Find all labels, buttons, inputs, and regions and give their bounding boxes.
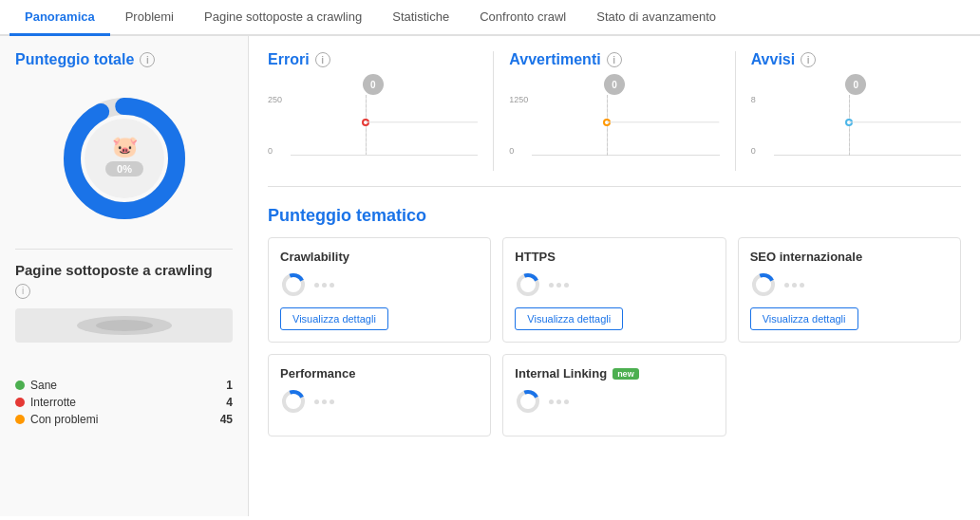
errori-section: Errori i 0 250 0	[268, 51, 493, 171]
card-internal-linking: Internal Linking new	[502, 354, 726, 436]
avvisi-info-icon[interactable]: i	[801, 52, 816, 67]
crawlability-btn[interactable]: Visualizza dettagli	[280, 307, 388, 330]
performance-spinner	[280, 388, 307, 415]
seo-dots	[784, 283, 804, 288]
avvisi-title: Avvisi i	[751, 51, 961, 68]
https-dots	[549, 283, 569, 288]
legend-item-con-problemi: Con problemi 45	[15, 413, 233, 426]
seo-label: SEO internazionale	[750, 250, 862, 264]
tab-crawling[interactable]: Pagine sottoposte a crawling	[189, 0, 377, 36]
avvertimenti-info-icon[interactable]: i	[607, 52, 622, 67]
errori-svg-line	[291, 95, 478, 156]
count-sane: 1	[226, 379, 233, 392]
https-label: HTTPS	[515, 250, 556, 264]
new-badge: new	[612, 368, 639, 380]
performance-dots	[314, 399, 334, 404]
svg-text:🐷: 🐷	[111, 134, 138, 159]
main-content: Punteggio totale i 🐷 0% Pagine sottopost…	[0, 36, 980, 516]
errori-y-labels: 250 0	[268, 95, 282, 156]
internal-linking-spinner	[515, 388, 541, 415]
avvisi-section: Avvisi i 0 8 0	[735, 51, 961, 171]
card-crawlability-body	[280, 271, 479, 298]
tab-confronto[interactable]: Confronto crawl	[464, 0, 581, 36]
avvertimenti-section: Avvertimenti i 0 1250 0	[493, 51, 734, 171]
tematico-title: Punteggio tematico	[268, 206, 961, 226]
avvertimenti-y-labels: 1250 0	[509, 95, 528, 156]
tab-stato[interactable]: Stato di avanzamento	[581, 0, 731, 36]
avvisi-svg-line	[774, 95, 961, 156]
avvisi-label: Avvisi	[751, 51, 796, 68]
divider-1	[15, 249, 233, 250]
tab-panoramica[interactable]: Panoramica	[9, 0, 110, 36]
dot-interrotte	[15, 398, 25, 407]
card-https-body	[515, 271, 713, 298]
crawling-title: Pagine sottoposte a crawling	[15, 261, 233, 280]
card-crawlability-title: Crawlability	[280, 250, 479, 264]
internal-linking-dots	[549, 399, 569, 404]
donut-svg: 🐷 0%	[53, 87, 196, 230]
card-performance-title: Performance	[280, 366, 479, 381]
errori-badge: 0	[363, 74, 384, 95]
avvisi-line-area	[774, 95, 961, 156]
crawling-subtitle: i	[15, 284, 233, 299]
avvertimenti-svg-line	[532, 95, 719, 156]
avvertimenti-label: Avvertimenti	[509, 51, 600, 68]
avvisi-badge: 0	[845, 74, 866, 95]
card-seo-body	[750, 271, 949, 298]
seo-spinner	[750, 271, 777, 298]
card-crawlability: Crawlability Visualizza dettagli	[268, 237, 491, 343]
tabs-bar: Panoramica Problemi Pagine sottoposte a …	[0, 0, 980, 36]
label-interrotte: Interrotte	[30, 396, 76, 409]
map-svg	[67, 312, 181, 339]
avvertimenti-line-area	[532, 95, 719, 156]
svg-point-6	[96, 320, 153, 331]
progress-bar	[15, 350, 233, 363]
avvertimenti-min: 0	[509, 146, 528, 156]
https-btn[interactable]: Visualizza dettagli	[515, 307, 623, 330]
errori-min: 0	[268, 146, 282, 156]
avvisi-min: 0	[751, 146, 756, 156]
svg-point-2	[85, 119, 164, 198]
card-https-title: HTTPS	[515, 250, 713, 264]
label-con-problemi: Con problemi	[30, 413, 98, 426]
card-seo-title: SEO internazionale	[750, 250, 949, 264]
crawlability-spinner	[280, 271, 307, 298]
avvisi-max: 8	[751, 95, 756, 104]
errori-info-icon[interactable]: i	[315, 52, 330, 67]
errori-max: 250	[268, 95, 282, 104]
card-seo-internazionale: SEO internazionale Visualizza dettagli	[738, 237, 961, 343]
donut-percent: 0%	[117, 163, 132, 175]
tab-problemi[interactable]: Problemi	[110, 0, 189, 36]
legend: Sane 1 Interrotte 4 Con problemi 45	[15, 379, 233, 426]
seo-btn[interactable]: Visualizza dettagli	[750, 307, 858, 330]
internal-linking-label: Internal Linking	[515, 366, 607, 381]
label-sane: Sane	[30, 379, 57, 392]
map-placeholder	[15, 308, 233, 343]
crawlability-label: Crawlability	[280, 250, 349, 264]
card-internal-linking-body	[515, 388, 713, 415]
count-con-problemi: 45	[220, 413, 233, 426]
legend-item-interrotte: Interrotte 4	[15, 396, 233, 409]
card-performance: Performance	[268, 354, 491, 436]
avvertimenti-badge: 0	[604, 74, 625, 95]
tab-statistiche[interactable]: Statistiche	[377, 0, 464, 36]
errori-line-area	[291, 95, 478, 156]
punteggio-info-icon[interactable]: i	[140, 52, 155, 67]
crawlability-dots	[314, 283, 334, 288]
punteggio-totale-title: Punteggio totale i	[15, 51, 233, 68]
donut-chart: 🐷 0%	[15, 87, 233, 230]
progress-bar-container	[15, 350, 233, 363]
legend-item-sane: Sane 1	[15, 379, 233, 392]
dot-sane	[15, 381, 25, 390]
punteggio-label: Punteggio totale	[15, 51, 134, 68]
avvisi-y-labels: 8 0	[751, 95, 756, 156]
https-spinner	[515, 271, 541, 298]
crawling-info-icon[interactable]: i	[15, 284, 30, 299]
charts-row: Errori i 0 250 0	[268, 51, 961, 187]
avvertimenti-chart: 0 1250 0	[509, 76, 719, 171]
card-https: HTTPS Visualizza dettagli	[502, 237, 726, 343]
cards-grid: Crawlability Visualizza dettagli	[268, 237, 961, 436]
errori-title: Errori i	[268, 51, 478, 68]
errori-chart: 0 250 0	[268, 76, 478, 171]
avvertimenti-max: 1250	[509, 95, 528, 104]
